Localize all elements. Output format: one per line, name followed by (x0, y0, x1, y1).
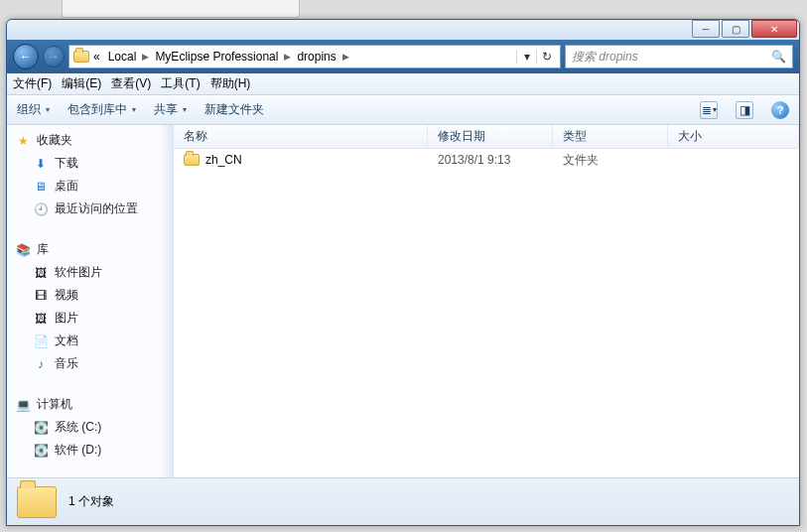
search-input[interactable]: 搜索 dropins 🔍 (565, 45, 793, 68)
sidebar-favorites[interactable]: ★收藏夹 (7, 129, 173, 152)
crumb-dropins[interactable]: dropins (293, 50, 339, 64)
sidebar-item-pictures[interactable]: 🖼图片 (7, 307, 173, 330)
sidebar-libraries[interactable]: 📚库 (7, 238, 173, 261)
menu-bar: 文件(F) 编辑(E) 查看(V) 工具(T) 帮助(H) (7, 73, 799, 95)
document-icon: 📄 (33, 333, 49, 349)
file-type: 文件夹 (553, 152, 668, 169)
star-icon: ★ (15, 133, 31, 149)
menu-edit[interactable]: 编辑(E) (62, 75, 101, 92)
menu-file[interactable]: 文件(F) (13, 75, 52, 92)
forward-button[interactable]: → (43, 46, 65, 67)
drive-icon: 💽 (33, 420, 49, 436)
picture-icon: 🖼 (33, 311, 49, 327)
toolbar: 组织 包含到库中 共享 新建文件夹 ≣▾ ◨ ? (7, 95, 799, 125)
file-list[interactable]: zh_CN 2013/8/1 9:13 文件夹 (174, 149, 799, 477)
sidebar-computer[interactable]: 💻计算机 (7, 393, 173, 416)
preview-pane-button[interactable]: ◨ (736, 101, 753, 119)
share-button[interactable]: 共享 (154, 101, 187, 118)
recent-icon: 🕘 (33, 201, 49, 217)
crumb-local[interactable]: Local (104, 50, 141, 64)
maximize-button[interactable]: ▢ (722, 20, 749, 38)
sidebar-item-downloads[interactable]: ⬇下载 (7, 152, 173, 175)
crumb-myeclipse[interactable]: MyEclipse Professional (151, 50, 282, 64)
address-bar-row: ← → « Local ▶ MyEclipse Professional ▶ d… (7, 40, 799, 73)
search-placeholder: 搜索 dropins (572, 49, 638, 66)
sidebar-item-documents[interactable]: 📄文档 (7, 330, 173, 352)
drive-icon: 💽 (33, 443, 49, 459)
new-folder-button[interactable]: 新建文件夹 (204, 101, 264, 118)
organize-button[interactable]: 组织 (17, 101, 50, 118)
col-type[interactable]: 类型 (553, 125, 668, 148)
main-pane: 名称 修改日期 类型 大小 zh_CN 2013/8/1 9:13 文件夹 (174, 125, 799, 477)
close-button[interactable]: ✕ (751, 20, 797, 38)
file-date: 2013/8/1 9:13 (428, 153, 553, 167)
chevron-right-icon[interactable]: ▶ (140, 52, 151, 62)
menu-help[interactable]: 帮助(H) (210, 75, 251, 92)
video-icon: 🎞 (33, 288, 49, 304)
picture-icon: 🖼 (33, 265, 49, 281)
menu-view[interactable]: 查看(V) (111, 75, 151, 92)
sidebar-item-desktop[interactable]: 🖥桌面 (7, 175, 173, 198)
download-icon: ⬇ (33, 156, 49, 172)
chevron-right-icon[interactable]: ▶ (282, 52, 293, 62)
explorer-window: ─ ▢ ✕ ← → « Local ▶ MyEclipse Profession… (6, 19, 800, 526)
sidebar-item-drive-d[interactable]: 💽软件 (D:) (7, 439, 173, 462)
breadcrumb-bar[interactable]: « Local ▶ MyEclipse Professional ▶ dropi… (68, 45, 561, 68)
crumb-prefix[interactable]: « (89, 50, 104, 64)
folder-icon (184, 154, 200, 166)
sidebar-item-music[interactable]: ♪音乐 (7, 352, 173, 375)
refresh-button[interactable]: ↻ (536, 50, 556, 64)
minimize-button[interactable]: ─ (692, 20, 720, 38)
sidebar-item-softpics[interactable]: 🖼软件图片 (7, 261, 173, 284)
desktop-icon: 🖥 (33, 179, 49, 195)
sidebar-item-recent[interactable]: 🕘最近访问的位置 (7, 198, 173, 220)
include-button[interactable]: 包含到库中 (67, 101, 136, 118)
body: ★收藏夹 ⬇下载 🖥桌面 🕘最近访问的位置 📚库 🖼软件图片 🎞视频 🖼图片 📄… (7, 125, 799, 477)
help-icon[interactable]: ? (771, 101, 789, 119)
library-icon: 📚 (15, 242, 31, 258)
search-icon[interactable]: 🔍 (771, 50, 786, 64)
background-tab (62, 0, 300, 18)
status-bar: 1 个对象 (7, 477, 799, 525)
titlebar: ─ ▢ ✕ (7, 20, 799, 40)
col-date[interactable]: 修改日期 (428, 125, 553, 148)
file-name: zh_CN (205, 153, 242, 167)
col-name[interactable]: 名称 (174, 125, 428, 148)
menu-tools[interactable]: 工具(T) (161, 75, 200, 92)
chevron-right-icon[interactable]: ▶ (340, 52, 351, 62)
list-item[interactable]: zh_CN 2013/8/1 9:13 文件夹 (174, 149, 799, 171)
status-text: 1 个对象 (68, 493, 114, 510)
computer-icon: 💻 (15, 397, 31, 413)
breadcrumb-dropdown[interactable]: ▾ (516, 50, 536, 64)
sidebar: ★收藏夹 ⬇下载 🖥桌面 🕘最近访问的位置 📚库 🖼软件图片 🎞视频 🖼图片 📄… (7, 125, 174, 477)
view-mode-button[interactable]: ≣▾ (700, 101, 718, 119)
col-size[interactable]: 大小 (668, 125, 799, 148)
back-button[interactable]: ← (13, 44, 39, 69)
music-icon: ♪ (33, 356, 49, 372)
sidebar-item-videos[interactable]: 🎞视频 (7, 284, 173, 307)
sidebar-item-drive-c[interactable]: 💽系统 (C:) (7, 416, 173, 439)
folder-icon (17, 486, 57, 518)
folder-icon (73, 49, 89, 65)
column-headers: 名称 修改日期 类型 大小 (174, 125, 799, 149)
